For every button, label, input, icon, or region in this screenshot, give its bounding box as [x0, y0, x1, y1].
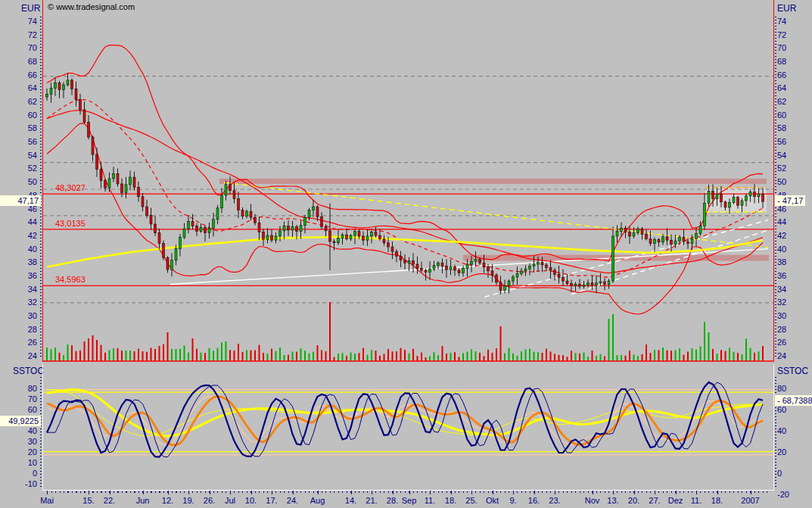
stoc-navy-main	[47, 382, 763, 457]
candle-up	[474, 260, 477, 262]
volume-bar	[733, 352, 735, 361]
axis-tick-label: 40	[777, 245, 812, 254]
candle-up	[63, 85, 65, 89]
volume-bar	[242, 352, 244, 361]
volume-bar	[76, 351, 77, 361]
volume-bar	[88, 338, 89, 361]
candle-up	[433, 266, 435, 269]
candle-up	[429, 269, 431, 272]
date-major-tick	[351, 491, 352, 494]
candle-down	[720, 194, 723, 202]
volume-bar	[612, 314, 614, 361]
axis-tick-label: 20	[777, 447, 812, 457]
candle-down	[92, 137, 94, 154]
volume-bar	[196, 349, 198, 361]
volume-bar	[575, 353, 577, 361]
volume-bar	[267, 354, 269, 361]
candle-up	[221, 195, 223, 208]
date-major-tick	[493, 491, 493, 494]
candle-up	[512, 277, 515, 281]
candle-down	[441, 263, 443, 266]
date-major-tick	[471, 491, 472, 494]
volume-bar	[404, 350, 406, 361]
axis-tick-label: 80	[2, 384, 37, 393]
date-label: 12.	[162, 496, 173, 505]
candle-down	[724, 202, 726, 207]
candle-down	[79, 100, 82, 110]
volume-bar	[617, 355, 618, 361]
volume-bar	[201, 353, 202, 361]
volume-bar	[454, 352, 456, 361]
date-label: 11.	[425, 496, 435, 505]
date-label: Sep	[402, 496, 417, 505]
candle-up	[300, 226, 302, 232]
volume-bar	[637, 356, 639, 361]
volume-bar	[126, 351, 127, 361]
volume-bar	[163, 344, 164, 361]
candle-down	[670, 240, 673, 244]
volume-bar	[550, 351, 552, 361]
candle-down	[204, 227, 207, 232]
candle-down	[258, 223, 260, 232]
candle-down	[75, 89, 77, 99]
date-label: 23.	[549, 496, 560, 505]
candle-down	[499, 282, 502, 291]
axis-tick-label: 70	[2, 394, 37, 404]
price-chart-area[interactable]: 48,302743,013534,5963	[42, 0, 774, 362]
axis-tick-label: 70	[777, 43, 812, 52]
candle-up	[612, 236, 614, 281]
volume-bar	[525, 349, 527, 361]
date-axis[interactable]: Mai15.22.Jun12.19.26.Jul10.17.24.Aug14.2…	[0, 491, 812, 508]
candle-up	[521, 271, 523, 274]
volume-bar	[284, 355, 285, 361]
candle-down	[100, 169, 102, 180]
volume-bar	[354, 354, 356, 361]
volume-bar	[142, 351, 144, 361]
candle-down	[496, 275, 498, 282]
price-axis-ticks-right	[775, 17, 776, 359]
date-label: 13.	[607, 496, 618, 505]
candle-down	[566, 281, 568, 284]
axis-tick-label: 54	[2, 151, 37, 160]
date-label: 19.	[182, 496, 194, 505]
volume-bar	[604, 357, 605, 361]
axis-tick-label: 30	[777, 311, 812, 320]
volume-bar	[437, 355, 439, 361]
axis-tick-label: 64	[2, 83, 37, 92]
volume-bar	[213, 351, 214, 361]
date-major-tick	[188, 491, 189, 494]
price-axis-title-right: EUR	[777, 3, 796, 14]
candle-up	[616, 232, 618, 236]
candle-up	[450, 267, 452, 270]
candle-down	[658, 239, 660, 242]
candle-down	[96, 154, 98, 169]
volume-bar	[462, 353, 464, 361]
volume-bar	[104, 353, 106, 361]
candle-up	[704, 204, 706, 226]
candle-down	[404, 260, 406, 263]
candle-up	[175, 249, 177, 260]
volume-bar	[600, 354, 602, 361]
candle-down	[196, 226, 198, 232]
candle-up	[637, 229, 639, 232]
volume-bar	[537, 352, 539, 361]
candle-down	[150, 215, 152, 223]
stoc-panel-title-right: SSTOC	[777, 366, 808, 376]
volume-bar	[471, 349, 472, 361]
volume-bar	[184, 346, 185, 361]
volume-bar	[359, 353, 360, 361]
volume-bar	[429, 357, 431, 361]
candle-up	[699, 226, 702, 234]
axis-tick-label: 32	[2, 298, 37, 307]
volume-bar	[209, 348, 210, 361]
volume-bar	[92, 335, 94, 361]
candle-down	[458, 270, 460, 273]
candle-up	[662, 237, 664, 242]
stochastic-chart-area[interactable]	[42, 364, 774, 491]
volume-bar	[154, 349, 156, 361]
date-major-tick	[47, 491, 48, 494]
candle-down	[88, 123, 90, 137]
volume-bar	[529, 349, 530, 361]
date-major-tick	[634, 491, 635, 494]
volume-bar	[446, 354, 447, 361]
